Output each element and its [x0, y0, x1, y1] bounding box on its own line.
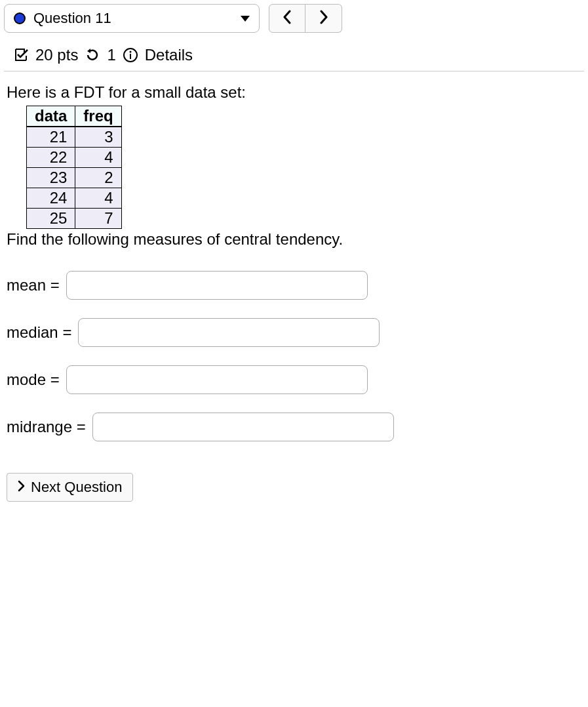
caret-down-icon — [241, 16, 250, 22]
table-row: 213 — [27, 127, 122, 148]
attempts-label: 1 — [107, 46, 115, 64]
mean-label: mean = — [7, 276, 60, 294]
median-input[interactable] — [78, 318, 380, 347]
midrange-label: midrange = — [7, 418, 86, 436]
table-row: 244 — [27, 188, 122, 209]
table-row: 224 — [27, 148, 122, 168]
table-row: 232 — [27, 168, 122, 188]
retry-icon — [85, 47, 100, 63]
points-label: 20 pts — [35, 46, 78, 64]
next-question-link[interactable]: Next Question — [7, 473, 133, 502]
chevron-right-icon — [319, 9, 328, 29]
table-row: 257 — [27, 209, 122, 229]
table-header-data: data — [27, 106, 75, 127]
question-label: Question 11 — [33, 10, 111, 27]
mean-input[interactable] — [66, 271, 368, 300]
question-selector[interactable]: Question 11 — [4, 4, 260, 33]
table-header-freq: freq — [75, 106, 121, 127]
median-label: median = — [7, 323, 71, 342]
svg-rect-2 — [130, 54, 131, 59]
svg-point-1 — [129, 51, 131, 53]
chevron-right-icon — [18, 479, 26, 496]
frequency-table: data freq 213 224 232 244 257 — [26, 106, 122, 229]
details-button[interactable]: Details — [145, 46, 193, 64]
problem-intro: Here is a FDT for a small data set: — [7, 83, 581, 102]
info-icon — [123, 47, 138, 63]
checkbox-icon — [13, 47, 29, 63]
next-question-label: Next Question — [31, 479, 122, 496]
problem-prompt: Find the following measures of central t… — [7, 230, 581, 249]
mode-input[interactable] — [66, 365, 368, 394]
midrange-input[interactable] — [92, 413, 394, 441]
mode-label: mode = — [7, 371, 60, 389]
next-question-button[interactable] — [305, 4, 342, 33]
status-dot-icon — [14, 12, 26, 24]
chevron-left-icon — [283, 9, 292, 29]
prev-question-button[interactable] — [269, 4, 305, 33]
